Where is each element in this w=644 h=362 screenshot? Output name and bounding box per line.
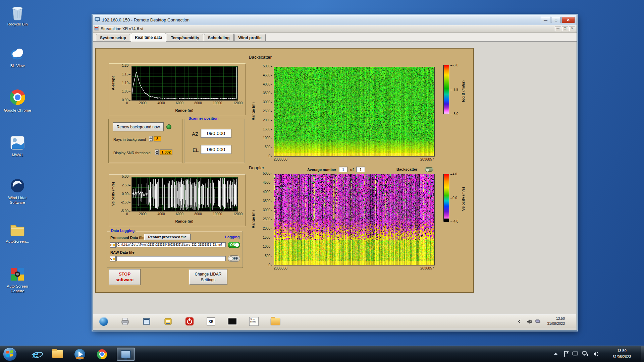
remote-taskbar-app2[interactable] xyxy=(162,316,174,326)
tick-label: -5.5 xyxy=(450,88,458,92)
remote-taskbar-console[interactable] xyxy=(227,316,238,326)
windows-flag-icon xyxy=(3,348,16,361)
average-number-field[interactable]: 1 xyxy=(339,167,347,172)
tick-label: 12000 xyxy=(233,101,243,105)
remote-taskbar-xr-app[interactable]: XR xyxy=(205,316,217,326)
change-lidar-settings-button[interactable]: Change LiDAR Settings xyxy=(189,269,227,285)
tab-temp-humidity[interactable]: Temp/humidity xyxy=(167,34,203,41)
background-led xyxy=(166,124,171,129)
doppler-colorbar-ticks: 4.00.0-4.0 xyxy=(450,172,458,223)
desktop-icon-google-chrome[interactable]: Google Chrome xyxy=(1,88,34,113)
tick-label: 500 xyxy=(265,145,272,149)
stop-software-button[interactable]: STOP software xyxy=(109,269,141,285)
tray-network[interactable] xyxy=(582,351,588,358)
doppler-ylabel: Range (m) xyxy=(251,174,256,265)
rdp-minimize-button[interactable]: — xyxy=(541,17,550,23)
tray-action-center[interactable] xyxy=(564,351,569,358)
tick-label: 3000 xyxy=(263,208,272,212)
desktop-icon-mw41[interactable]: MW41 xyxy=(1,134,34,157)
remote-taskbar-app1[interactable] xyxy=(141,316,152,326)
speaker-icon xyxy=(527,319,532,324)
desktop-icon-auto-screen-capture[interactable]: Auto Screen Capture xyxy=(1,265,34,294)
tab-wind-profile[interactable]: Wind profile xyxy=(234,34,266,41)
app-titlebar[interactable]: StreamLine XR v14-6.vi — ❐ ✕ xyxy=(93,25,577,33)
average-count-field[interactable]: 1 xyxy=(356,167,365,172)
remote-tray-display[interactable] xyxy=(535,319,541,324)
remote-taskbar-folder[interactable] xyxy=(270,316,281,326)
scan-sched-label: Scan sched xyxy=(250,318,256,323)
snr-value-field[interactable]: 1.002 xyxy=(160,149,172,155)
az-value-field[interactable]: 090.000 xyxy=(201,129,231,138)
rdp-icon xyxy=(95,17,100,23)
tick-label: 10000 xyxy=(213,101,222,105)
raw-logging-toggle[interactable]: OFF xyxy=(228,255,240,262)
remote-tray-volume[interactable] xyxy=(527,319,532,324)
desktop-icon-label: BL-View xyxy=(1,63,34,68)
velocity-xticks: 020004000600080001000012000 xyxy=(126,212,243,216)
snr-spinner[interactable] xyxy=(155,149,159,155)
tray-hidden-icons-chevron[interactable] xyxy=(554,353,557,355)
tick-label: 2500 xyxy=(263,218,272,221)
window-icon xyxy=(143,317,151,325)
processed-drive-button[interactable]: C xyxy=(110,242,116,248)
taskbar-file-explorer[interactable] xyxy=(50,348,65,361)
rdp-maximize-button[interactable]: □ xyxy=(551,17,561,23)
app-minimize-button[interactable]: — xyxy=(555,26,561,31)
tray-volume[interactable] xyxy=(593,351,599,358)
remote-taskbar-printer[interactable] xyxy=(119,316,131,326)
tray-rdp-indicator[interactable] xyxy=(572,351,578,358)
velocity-canvas xyxy=(131,177,238,212)
renew-background-button[interactable]: Renew background now xyxy=(113,122,164,131)
tick-label: 6000 xyxy=(176,101,183,105)
taskbar-remote-desktop-active[interactable] xyxy=(117,348,135,361)
restart-processed-file-button[interactable]: Restart processed file xyxy=(144,234,191,240)
raw-drive-button[interactable]: C xyxy=(110,256,116,261)
scan-sched-icon: Scan sched xyxy=(249,317,259,326)
doppler-colorbar-label: Velocity (m/s) xyxy=(461,177,466,221)
rdp-titlebar[interactable]: 192.168.0.150 - Remote Desktop Connectio… xyxy=(93,15,577,25)
rays-value-field[interactable]: 8 xyxy=(154,136,161,141)
data-logging-legend: Data Logging xyxy=(110,229,136,233)
desktop-icon-recycle-bin[interactable]: Recycle Bin xyxy=(1,3,34,26)
processed-path-input[interactable]: C:\Lidar\Data\Proc\2023\202308\20230831\… xyxy=(116,242,226,247)
tick-label: 0 xyxy=(126,101,128,105)
doppler-title: Doppler xyxy=(249,165,264,170)
remote-tray-chevron[interactable] xyxy=(517,319,523,324)
tab-system-setup[interactable]: System setup xyxy=(96,34,130,41)
desktop-icon-bl-view[interactable]: BL-View xyxy=(1,45,34,68)
chrome-icon xyxy=(97,349,107,359)
taskbar-clock[interactable]: 13:50 31/08/2023 xyxy=(606,348,638,360)
scanner-position-frame: Scanner position AZ 090.000 EL 090.000 xyxy=(184,119,245,163)
remote-start-orb[interactable] xyxy=(98,316,109,326)
xr-icon: XR xyxy=(207,317,215,325)
start-button[interactable] xyxy=(3,347,17,361)
processed-logging-toggle[interactable]: ON xyxy=(228,242,240,248)
raw-path-input[interactable] xyxy=(116,256,226,261)
taskbar-chrome[interactable] xyxy=(95,348,109,361)
remote-taskbar-scan-sched[interactable]: Scan sched xyxy=(248,316,260,326)
rdp-close-button[interactable]: ✕ xyxy=(561,17,575,23)
taskbar-internet-explorer[interactable]: e xyxy=(28,348,43,361)
doppler-x-end: 2836857 xyxy=(420,266,434,270)
background-controls-frame: Renew background now Rays in background … xyxy=(108,119,182,163)
tick-label: 1000 xyxy=(263,136,272,140)
app-close-button[interactable]: ✕ xyxy=(569,26,575,31)
tab-scheduling[interactable]: Scheduling xyxy=(204,34,234,41)
monitor-icon xyxy=(572,351,578,357)
logging-label: Logging xyxy=(225,235,239,239)
show-desktop-button[interactable] xyxy=(641,346,644,362)
taskbar-media-player[interactable] xyxy=(72,348,87,361)
remote-taskbar-stop-app[interactable] xyxy=(184,316,195,326)
backscatter-toggle[interactable] xyxy=(425,167,433,172)
remote-clock[interactable]: 13:50 31/08/2023 xyxy=(547,316,565,326)
tick-label: 4000 xyxy=(157,101,165,105)
tick-label: 2000 xyxy=(263,227,272,230)
raw-data-file-label: RAW Data file xyxy=(110,250,135,254)
rays-spinner[interactable] xyxy=(149,136,153,141)
desktop-icon-label: MW41 xyxy=(1,153,34,157)
el-value-field[interactable]: 090.000 xyxy=(201,145,231,154)
tab-real-time-data[interactable]: Real time data xyxy=(131,33,166,42)
app-restore-button[interactable]: ❐ xyxy=(562,26,568,31)
desktop-icon-wind-lidar[interactable]: Wind Lidar Software xyxy=(1,177,34,205)
desktop-icon-autoscreen[interactable]: AutoScreen... xyxy=(1,221,34,244)
